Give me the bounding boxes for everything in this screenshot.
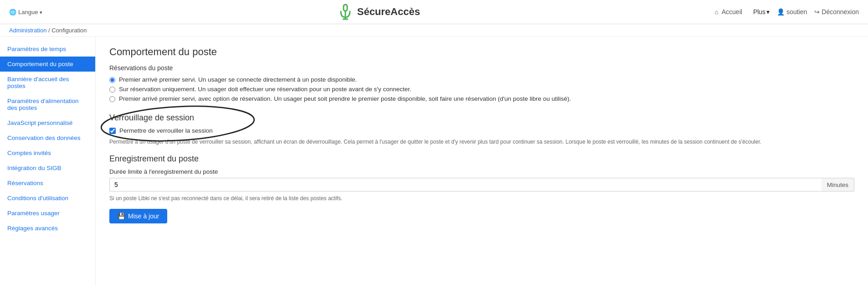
main-layout: Paramètres de temps Comportement du post… xyxy=(0,37,868,286)
sidebar-item-reglages-avances[interactable]: Réglages avancés xyxy=(0,221,95,236)
sidebar-item-banniere-accueil[interactable]: Bannière d'accueil des postes xyxy=(0,72,95,93)
svg-point-3 xyxy=(100,105,255,142)
page-title: Comportement du poste xyxy=(109,46,854,58)
radio-label-1: Premier arrivé premier servi. Un usager … xyxy=(119,76,357,83)
save-icon: 💾 xyxy=(118,212,125,220)
enregistrement-help: Si un poste Libki ne s'est pas reconnect… xyxy=(109,195,854,202)
deconnexion-link[interactable]: ↪ Déconnexion xyxy=(814,8,859,16)
accueil-link[interactable]: Accueil xyxy=(714,8,742,16)
user-icon: 👤 xyxy=(777,8,785,16)
nav-links: Accueil Plus ▾ xyxy=(714,8,770,16)
sidebar-item-javascript-personnalise[interactable]: JavaScript personnalisé xyxy=(0,115,95,130)
save-label: Mise à jour xyxy=(128,212,159,220)
sidebar-item-parametres-temps[interactable]: Paramètres de temps xyxy=(0,41,95,57)
sidebar: Paramètres de temps Comportement du post… xyxy=(0,37,96,286)
enregistrement-field-label: Durée limite à l'enregistrement du poste xyxy=(109,168,854,175)
top-nav-right: Accueil Plus ▾ 👤 soutien ↪ Déconnexion xyxy=(714,8,859,16)
svg-rect-0 xyxy=(344,5,347,11)
session-lock-checkbox[interactable] xyxy=(109,128,116,134)
session-lock-label[interactable]: Permettre de verrouiller la session xyxy=(119,127,213,134)
sidebar-item-conditions-utilisation[interactable]: Conditions d'utilisation xyxy=(0,191,95,206)
enregistrement-input-group: Minutes xyxy=(109,178,854,192)
session-lock-help: Permettre à un usager d'un poste de verr… xyxy=(109,138,854,146)
sidebar-item-parametres-alimentation[interactable]: Paramètres d'alimentation des postes xyxy=(0,93,95,115)
radio-group-2: Sur réservation uniquement. Un usager do… xyxy=(109,86,854,93)
main-content: Comportement du poste Réservations du po… xyxy=(96,37,868,286)
enregistrement-section: Enregistrement du poste Durée limite à l… xyxy=(109,154,854,223)
session-lock-title: Verrouillage de session xyxy=(109,113,854,123)
breadcrumb-admin-link[interactable]: Administration xyxy=(9,27,46,34)
session-lock-section: Verrouillage de session Permettre de ver… xyxy=(109,113,854,134)
brand-logo xyxy=(337,4,354,20)
radio-option-1[interactable] xyxy=(109,77,115,83)
sidebar-item-integration-sigb[interactable]: Intégration du SIGB xyxy=(0,161,95,176)
brand-name: SécureAccès xyxy=(357,6,420,18)
langue-label: Langue xyxy=(18,9,38,16)
sidebar-item-reservations[interactable]: Réservations xyxy=(0,176,95,191)
plus-chevron: ▾ xyxy=(766,8,770,16)
langue-chevron xyxy=(40,9,42,16)
sidebar-item-comptes-invites[interactable]: Comptes invités xyxy=(0,145,95,161)
breadcrumb: Administration / Configuration xyxy=(0,24,868,37)
plus-dropdown[interactable]: Plus ▾ xyxy=(753,8,770,16)
sidebar-item-parametres-usager[interactable]: Paramètres usager xyxy=(0,206,95,221)
brand-center: SécureAccès xyxy=(337,4,420,20)
radio-option-2[interactable] xyxy=(109,87,115,93)
sidebar-item-comportement-poste[interactable]: Comportement du poste xyxy=(0,57,95,72)
sidebar-item-conservation-donnees[interactable]: Conservation des données xyxy=(0,130,95,145)
enregistrement-addon: Minutes xyxy=(822,178,854,192)
enregistrement-input[interactable] xyxy=(109,178,822,192)
langue-dropdown[interactable]: Langue xyxy=(9,9,42,16)
breadcrumb-current: Configuration xyxy=(51,27,87,34)
top-navbar: Langue SécureAccès Accueil Plus ▾ 👤 sout… xyxy=(0,0,868,24)
radio-label-3: Premier arrivé premier servi, avec optio… xyxy=(119,95,571,102)
home-icon xyxy=(714,8,719,16)
oval-annotation xyxy=(99,105,257,142)
radio-label-2: Sur réservation uniquement. Un usager do… xyxy=(119,86,411,93)
reservations-label: Réservations du poste xyxy=(109,64,854,72)
user-label: 👤 soutien xyxy=(777,8,807,16)
enregistrement-title: Enregistrement du poste xyxy=(109,154,854,164)
save-button[interactable]: 💾 Mise à jour xyxy=(109,209,167,223)
globe-icon xyxy=(9,9,16,16)
logout-icon: ↪ xyxy=(814,8,820,16)
radio-group-1: Premier arrivé premier servi. Un usager … xyxy=(109,76,854,83)
radio-group-3: Premier arrivé premier servi, avec optio… xyxy=(109,95,854,102)
session-lock-checkbox-row: Permettre de verrouiller la session xyxy=(109,127,854,134)
radio-option-3[interactable] xyxy=(109,96,115,102)
